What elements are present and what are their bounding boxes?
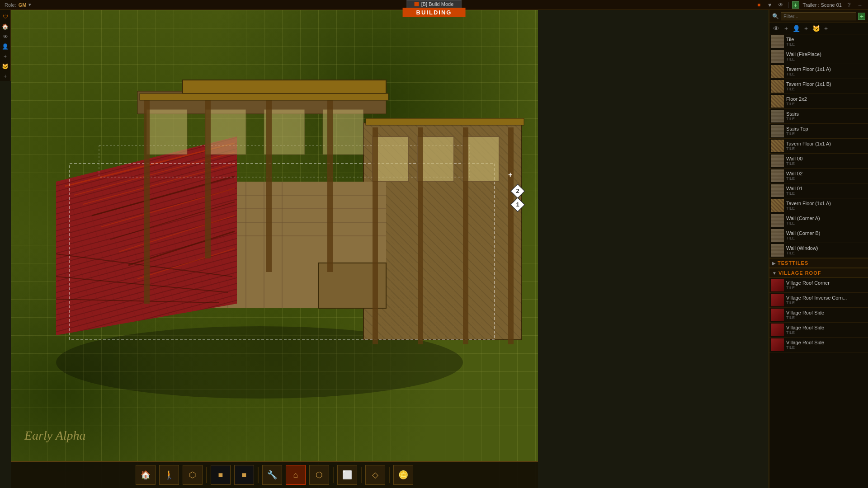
tile-type: Tile — [786, 87, 866, 91]
toolbar-btn-tool[interactable]: 🔧 — [262, 465, 282, 485]
sidebar-icon-cat[interactable]: 🐱 — [1, 62, 10, 71]
tile-thumbnail — [771, 184, 784, 197]
gm-label[interactable]: GM — [19, 2, 27, 8]
tile-info-roof: Village Roof Side Tile — [786, 325, 866, 335]
tile-item-village-roof[interactable]: Village Roof Side Tile — [769, 338, 868, 352]
panel-user-icon[interactable]: 👤 — [792, 24, 800, 33]
minimize-icon[interactable]: – — [856, 1, 863, 9]
tile-info-roof: Village Roof Side Tile — [786, 340, 866, 350]
toolbar-btn-cube[interactable]: ⬡ — [183, 465, 203, 485]
tile-thumbnail-roof — [771, 324, 784, 336]
svg-rect-46 — [327, 100, 333, 272]
tile-thumbnail — [771, 110, 784, 122]
center-header: [B] Build Mode Building — [403, 0, 466, 17]
tile-name: Wall (Corner A) — [786, 216, 866, 221]
tile-type: Tile — [786, 117, 866, 121]
toolbar-btn-black2[interactable]: ■ — [234, 465, 254, 485]
sidebar-icon-plus2[interactable]: + — [1, 72, 10, 81]
tile-type: Tile — [786, 206, 866, 211]
svg-rect-50 — [508, 127, 514, 344]
tile-item-village-roof[interactable]: Village Roof Side Tile — [769, 323, 868, 338]
tile-type: Tile — [786, 176, 866, 181]
tile-info: Wall (Window) Tile — [786, 245, 866, 255]
tile-thumbnail-roof — [771, 309, 784, 321]
sidebar-icon-plus1[interactable]: + — [1, 52, 10, 61]
tile-item[interactable]: Wall 00 Tile — [769, 154, 868, 169]
tile-type: Tile — [786, 72, 866, 76]
tile-item[interactable]: Tavern Floor (1x1 A) Tile — [769, 139, 868, 154]
scene-label: Trailer : Scene 01 — [803, 2, 842, 8]
top-bar: Role: GM ▾ [B] Build Mode Building ■ ♥ 👁… — [0, 0, 868, 10]
tile-info: Wall (Corner A) Tile — [786, 216, 866, 225]
toolbar-btn-coin[interactable]: 🪙 — [393, 465, 413, 485]
tile-item[interactable]: Wall 01 Tile — [769, 183, 868, 198]
icon-eye: 👁 — [777, 1, 784, 9]
tile-type: Tile — [786, 42, 866, 47]
help-icon[interactable]: ? — [845, 1, 853, 9]
svg-rect-45 — [266, 100, 272, 272]
sidebar-icon-person[interactable]: 👤 — [1, 42, 10, 51]
toolbar-btn-person[interactable]: 🚶 — [159, 465, 179, 485]
icon-heart: ♥ — [766, 1, 774, 9]
tile-info-roof: Village Roof Corner Tile — [786, 280, 866, 290]
toolbar-divider-2 — [258, 467, 259, 483]
svg-rect-4 — [183, 80, 386, 94]
building-svg: + 2 1 — [11, 10, 538, 488]
add-button[interactable]: + — [792, 1, 799, 9]
game-viewport: + 2 1 Early Alpha 🏠 🚶 — [11, 10, 538, 488]
tile-thumbnail — [771, 125, 784, 137]
tile-name-roof: Village Roof Side — [786, 340, 866, 345]
sidebar-icon-home[interactable]: 🏠 — [1, 22, 10, 31]
svg-rect-44 — [205, 100, 211, 258]
tile-item[interactable]: Floor 2x2 Tile — [769, 94, 868, 109]
panel-eye-icon[interactable]: 👁 — [772, 24, 780, 33]
toolbar-divider-1 — [206, 467, 207, 483]
toolbar-btn-black1[interactable]: ■ — [211, 465, 231, 485]
panel-plus2-icon[interactable]: + — [802, 24, 810, 33]
tile-name: Wall (Corner B) — [786, 230, 866, 236]
role-dropdown-icon[interactable]: ▾ — [28, 2, 31, 8]
panel-cat-icon[interactable]: 🐱 — [812, 24, 820, 33]
tile-item-village-roof[interactable]: Village Roof Inverse Corn... Tile — [769, 293, 868, 308]
tile-item[interactable]: Tavern Floor (1x1 B) Tile — [769, 79, 868, 94]
section-test-tiles[interactable]: ▶ TestTiles — [769, 258, 868, 268]
tile-item[interactable]: Wall (Corner B) Tile — [769, 228, 868, 243]
section-title-test: TestTiles — [778, 260, 808, 266]
tile-info-roof: Village Roof Inverse Corn... Tile — [786, 295, 866, 305]
tile-item[interactable]: Stairs Top Tile — [769, 124, 868, 139]
sidebar-icon-eye[interactable]: 👁 — [1, 32, 10, 41]
tile-item-village-roof[interactable]: Village Roof Side Tile — [769, 308, 868, 323]
section-village-roof[interactable]: ▼ Village Roof — [769, 268, 868, 278]
build-mode-tab[interactable]: [B] Build Mode — [407, 0, 462, 8]
tile-thumbnail — [771, 169, 784, 182]
section-arrow-test: ▶ — [772, 261, 776, 266]
toolbar-btn-hex[interactable]: ⬡ — [309, 465, 329, 485]
tile-thumbnail — [771, 95, 784, 108]
tile-type: Tile — [786, 191, 866, 196]
panel-plus3-icon[interactable]: + — [822, 24, 830, 33]
tile-item[interactable]: Wall (Corner A) Tile — [769, 213, 868, 228]
panel-plus-icon[interactable]: + — [782, 24, 790, 33]
svg-rect-48 — [418, 127, 423, 344]
tile-item[interactable]: Stairs Tile — [769, 109, 868, 124]
tile-type-roof: Tile — [786, 300, 866, 305]
sidebar-icon-shield[interactable]: 🛡 — [1, 12, 10, 21]
tile-type: Tile — [786, 57, 866, 61]
tile-item[interactable]: Wall 02 Tile — [769, 169, 868, 183]
tile-type: Tile — [786, 102, 866, 106]
toolbar-btn-diamond[interactable]: ◇ — [365, 465, 385, 485]
tile-item[interactable]: Tavern Floor (1x1 A) Tile — [769, 198, 868, 213]
tile-item[interactable]: Tile Tile — [769, 34, 868, 49]
tile-item[interactable]: Wall (Window) Tile — [769, 243, 868, 258]
toolbar-btn-white[interactable]: ⬜ — [337, 465, 357, 485]
svg-rect-43 — [144, 100, 150, 304]
panel-add-button[interactable]: + — [858, 13, 865, 20]
tile-name-roof: Village Roof Corner — [786, 280, 866, 286]
search-input[interactable] — [781, 12, 856, 20]
tile-item[interactable]: Tavern Floor (1x1 A) Tile — [769, 64, 868, 79]
tile-item-village-roof[interactable]: Village Roof Corner Tile — [769, 278, 868, 293]
tile-name: Wall 02 — [786, 171, 866, 176]
toolbar-btn-roof[interactable]: ⌂ — [286, 465, 306, 485]
toolbar-btn-house[interactable]: 🏠 — [136, 465, 156, 485]
tile-item[interactable]: Wall (FirePlace) Tile — [769, 49, 868, 64]
